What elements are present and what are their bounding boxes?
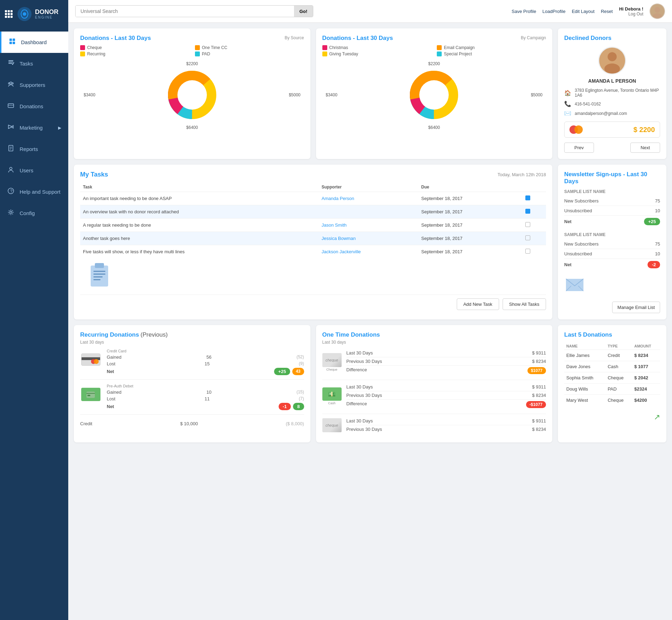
load-profile-button[interactable]: LoadProfile	[542, 9, 566, 14]
sidebar-item-dashboard[interactable]: Dashboard	[0, 32, 68, 53]
svg-rect-8	[8, 63, 12, 64]
svg-rect-6	[8, 60, 13, 61]
recurring-donations-card: Recurring Donations (Previous) Last 30 d…	[74, 325, 310, 442]
manage-email-list-button[interactable]: Manage Email List	[612, 302, 660, 313]
new-subscribers-label-2: New Subscribers	[564, 241, 598, 247]
sidebar-item-supporters[interactable]: Supporters	[0, 74, 68, 96]
donation-name: Sophia Smith	[564, 372, 606, 384]
tasks-footer: Add New Task Show All Tasks	[80, 295, 546, 310]
cc-lost-prev: (9)	[299, 361, 304, 366]
sidebar-item-help[interactable]: ? Help and Support	[0, 181, 68, 202]
net-row-2: Net -2	[564, 259, 660, 270]
donation-name: Ellie James	[564, 350, 606, 361]
cheque2-onetime-row: cheque Last 30 Days $ 9311 Previous 30 D…	[322, 417, 546, 433]
sidebar-item-donations[interactable]: Donations	[0, 96, 68, 117]
supporter-link[interactable]: Jessica Bowman	[322, 236, 356, 241]
svg-point-9	[10, 82, 12, 84]
prev-button[interactable]: Prev	[564, 143, 594, 153]
task-checkbox[interactable]	[525, 235, 530, 240]
sidebar-item-tasks[interactable]: Tasks	[0, 53, 68, 74]
list-item: Ellie James Credit $ 8234	[564, 350, 660, 361]
donation-amount: $4200	[632, 395, 660, 406]
newsletter-list-2: SAMPLE LIST NAME New Subscribers 75 Unsu…	[564, 232, 660, 270]
svg-rect-3	[13, 39, 15, 41]
cheque-onetime-stats: Last 30 Days $ 9311 Previous 30 Days $ 8…	[346, 349, 546, 376]
donation-amount: $ 2042	[632, 372, 660, 384]
legend-item-christmas: Christmas	[322, 45, 432, 50]
pre-auth-stats: Pre-Auth Debet Gained 10 (15) Lost 11 (7…	[107, 384, 304, 410]
col-name: NAME	[564, 343, 606, 350]
show-all-tasks-button[interactable]: Show All Tasks	[503, 298, 546, 310]
sidebar-item-marketing[interactable]: Marketing ▶	[0, 117, 68, 138]
task-checkbox[interactable]	[525, 195, 530, 200]
donut-label-right: $5000	[289, 92, 300, 97]
supporter-link[interactable]: Amanda Person	[322, 196, 354, 201]
donor-address: 3783 Eglington Avenue, Toronto Ontario M…	[575, 88, 660, 98]
list-row-unsub-2: Unsubscribed 10	[564, 249, 660, 259]
users-icon	[7, 166, 15, 175]
svg-rect-5	[13, 42, 15, 44]
add-new-task-button[interactable]: Add New Task	[457, 298, 499, 310]
donation-type: Cheque	[606, 395, 632, 406]
list-item: Sophia Smith Cheque $ 2042	[564, 372, 660, 384]
cc-net-row: Net +25 43	[107, 368, 304, 375]
svg-rect-13	[8, 105, 14, 106]
edit-layout-button[interactable]: Edit Layout	[572, 9, 595, 14]
tasks-table: Task Supporter Due An important task nee…	[80, 182, 546, 258]
cheque-last30: Last 30 Days $ 9311	[346, 349, 546, 357]
newsletter-list-1: SAMPLE LIST NAME New Subscribers 75 Unsu…	[564, 189, 660, 227]
list-item: Mary West Cheque $4200	[564, 395, 660, 406]
logout-link[interactable]: Log Out	[628, 12, 643, 16]
sidebar-item-reports[interactable]: Reports	[0, 138, 68, 160]
search-input[interactable]	[76, 6, 294, 17]
tasks-title: My Tasks	[80, 171, 108, 178]
list-row-new-2: New Subscribers 75	[564, 239, 660, 249]
cash-last30: Last 30 Days $ 9311	[346, 383, 546, 391]
legend-item-pad: PAD	[195, 51, 304, 56]
net-label-1: Net	[564, 219, 572, 224]
pa-gained-row: Gained 10 (15)	[107, 390, 304, 395]
marketing-arrow: ▶	[58, 125, 61, 130]
task-due: September 18, 2017	[419, 205, 523, 219]
svg-point-32	[177, 80, 207, 110]
cheque2-last30: Last 30 Days $ 9311	[346, 417, 546, 425]
credit-card-icon	[80, 349, 101, 370]
trend-arrow-icon: ↗	[654, 413, 660, 422]
donation-type: Cheque	[606, 372, 632, 384]
sidebar-item-users[interactable]: Users	[0, 160, 68, 181]
marketing-icon	[7, 123, 15, 132]
supporter-link[interactable]: Jason Smith	[322, 222, 347, 228]
search-button[interactable]: Go!	[294, 6, 313, 17]
reset-button[interactable]: Reset	[601, 9, 613, 14]
donut-chart-campaign: $3400 $5000 $6400 $2200	[322, 60, 546, 130]
sidebar-item-config[interactable]: Config	[0, 202, 68, 224]
donations-source-legend: Cheque One Time CC Recurring PAD	[80, 45, 304, 56]
task-checkbox[interactable]	[525, 209, 530, 214]
row-2: My Tasks Today, March 12th 2018 Task Sup…	[74, 165, 666, 319]
save-profile-button[interactable]: Save Profile	[512, 9, 536, 14]
net-badge-1: +25	[644, 218, 660, 225]
cash-icon: 💵 Cash	[322, 387, 342, 405]
list-name-1: SAMPLE LIST NAME	[564, 189, 660, 194]
task-checkbox[interactable]	[525, 222, 530, 227]
my-tasks-card: My Tasks Today, March 12th 2018 Task Sup…	[74, 165, 552, 319]
one-time-donations-card: One Time Donations Last 30 days cheque C…	[316, 325, 553, 442]
onetime-sub-label: Last 30 days	[322, 340, 546, 345]
svg-point-11	[12, 83, 13, 84]
net-label-2: Net	[564, 262, 572, 267]
col-task: Task	[80, 182, 319, 192]
svg-text:?: ?	[10, 189, 13, 194]
nav-items: Dashboard Tasks Supporters Donations Mar…	[0, 32, 68, 224]
next-button[interactable]: Next	[630, 143, 660, 153]
cheque-onetime-row: cheque Cheque Last 30 Days $ 9311 Previo…	[322, 349, 546, 380]
supporter-link[interactable]: Jackson Jackerville	[322, 249, 361, 254]
list-name-2: SAMPLE LIST NAME	[564, 232, 660, 237]
donation-amount: $2324	[632, 384, 660, 395]
table-row: A regular task needing to be done Jason …	[80, 219, 546, 232]
donations-campaign-legend: Christmas Email Campaign Giving Tuesday …	[322, 45, 546, 56]
list-item: Doug Wills PAD $2324	[564, 384, 660, 395]
email-icon: ✉️	[564, 110, 571, 117]
row-1: Donations - Last 30 Days By Source Chequ…	[74, 28, 666, 159]
task-checkbox[interactable]	[525, 249, 530, 254]
donation-name: Doug Wills	[564, 384, 606, 395]
